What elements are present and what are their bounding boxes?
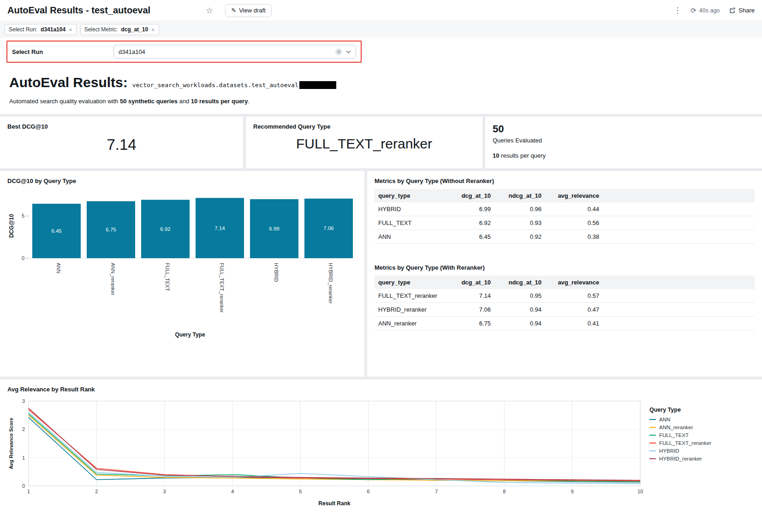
recommended-query-type-value: FULL_TEXT_reranker <box>246 136 482 152</box>
legend-swatch <box>649 427 656 428</box>
avg-relevance-by-rank-chart: 012312345678910Avg Relevance ScoreResult… <box>7 397 644 508</box>
close-icon[interactable]: × <box>151 27 155 33</box>
metrics-table-without-reranker: query_typedcg_at_10ndcg_at_10avg_relevan… <box>375 189 755 244</box>
col-header-avg_relevance: avg_relevance <box>545 276 603 289</box>
table-cell: ANN_reranker <box>375 317 444 331</box>
star-icon[interactable]: ☆ <box>206 6 213 16</box>
table-cell: 0.57 <box>545 289 603 303</box>
select-run-dropdown[interactable]: d341a104 × <box>113 45 356 59</box>
bar-category-label: HYBRID <box>274 263 279 282</box>
legend-swatch <box>649 443 656 443</box>
close-icon[interactable]: × <box>69 27 72 33</box>
table-cell: 0.94 <box>494 303 545 317</box>
table-row: FULL_TEXT6.920.930.56 <box>375 216 755 230</box>
line-series-ANN <box>29 418 640 482</box>
desc-bold: 10 results per query <box>191 98 248 105</box>
dashboard-canvas: Best DCG@10 7.14 Recommended Query Type … <box>0 114 762 514</box>
clear-icon[interactable]: × <box>335 48 342 55</box>
card-recommended-query-type: Recommended Query Type FULL_TEXT_reranke… <box>246 117 482 168</box>
legend-title: Query Type <box>649 407 749 413</box>
table-cell: 6.92 <box>444 216 494 230</box>
line-series-HYBRID <box>29 413 640 484</box>
view-draft-button[interactable]: ✎ View draft <box>225 4 271 17</box>
results-text: results per query <box>499 152 545 159</box>
table-cell: 0.95 <box>494 289 545 303</box>
dcg-by-query-type-chart: 056.45ANN6.75ANN_reranker6.92FULL_TEXT7.… <box>7 189 357 341</box>
legend-item-ANN_reranker[interactable]: ANN_reranker <box>649 425 749 430</box>
queries-label: Queries Evaluated <box>493 137 755 144</box>
table-cell: FULL_TEXT <box>375 216 444 230</box>
chip-value: dcg_at_10 <box>121 26 148 33</box>
table-row: HYBRID6.990.960.44 <box>375 202 755 216</box>
bar-chart-title: DCG@10 by Query Type <box>7 177 357 184</box>
table-cell: 7.14 <box>444 289 494 303</box>
legend-item-FULL_TEXT_reranker[interactable]: FULL_TEXT_reranker <box>649 440 749 446</box>
legend-item-FULL_TEXT[interactable]: FULL_TEXT <box>649 432 749 438</box>
kebab-menu-icon[interactable]: ⋮ <box>673 6 681 15</box>
table-row: HYBRID_reranker7.060.940.47 <box>375 303 755 317</box>
x-tick-label: 10 <box>637 489 643 494</box>
x-axis-title: Result Rank <box>318 500 351 507</box>
refresh-button[interactable]: ⟳ 40s ago <box>691 6 720 15</box>
table-header-row: query_typedcg_at_10ndcg_at_10avg_relevan… <box>375 189 755 202</box>
col-header-query_type: query_type <box>375 189 444 202</box>
y-tick-label: 0 <box>22 483 25 489</box>
table-cell: HYBRID_reranker <box>375 303 444 317</box>
card-best-dcg: Best DCG@10 7.14 <box>0 117 243 168</box>
share-icon <box>729 7 736 14</box>
bar-value-label: 7.14 <box>214 225 225 231</box>
y-tick-label: 5 <box>22 213 24 219</box>
table-title: Metrics by Query Type (Without Reranker) <box>375 177 755 184</box>
report-heading: AutoEval Results: <box>9 75 128 90</box>
share-button[interactable]: Share <box>729 7 755 14</box>
legend-label: FULL_TEXT_reranker <box>659 440 711 446</box>
table-cell: 6.45 <box>444 230 494 244</box>
chip-label: Select Run: <box>9 26 37 33</box>
metrics-table-with-reranker: query_typedcg_at_10ndcg_at_10avg_relevan… <box>375 276 755 331</box>
legend-item-ANN[interactable]: ANN <box>649 417 749 422</box>
last-refresh-time: 40s ago <box>699 7 720 14</box>
chip-select-metric[interactable]: Select Metric: dcg_at_10 × <box>80 24 159 35</box>
bar-category-label: FULL_TEXT <box>165 263 170 291</box>
desc-text: and <box>178 98 191 105</box>
table-cell: 7.06 <box>444 303 494 317</box>
results-per-query: 10 results per query <box>493 152 755 159</box>
table-cell: 0.47 <box>545 303 603 317</box>
chip-value: d341a104 <box>41 26 65 33</box>
bar-category-label: HYBRID_reranker <box>328 263 333 304</box>
legend-swatch <box>649 419 656 420</box>
filter-chips-row: Select Run: d341a104 × Select Metric: dc… <box>0 21 762 38</box>
legend-label: ANN <box>659 417 670 422</box>
x-tick-label: 7 <box>435 489 438 494</box>
chip-select-run[interactable]: Select Run: d341a104 × <box>5 24 77 35</box>
x-tick-label: 3 <box>163 489 166 494</box>
table-cell: 0.44 <box>545 202 603 216</box>
x-tick-label: 1 <box>27 489 30 494</box>
desc-text: Automated search quality evaluation with <box>9 98 120 105</box>
bar-value-label: 6.45 <box>51 228 61 234</box>
table-row: ANN6.450.920.38 <box>375 230 755 244</box>
col-header-dcg_at_10: dcg_at_10 <box>444 276 494 289</box>
table-title: Metrics by Query Type (With Reranker) <box>375 264 755 271</box>
table-cell: FULL_TEXT_reranker <box>375 289 444 303</box>
legend-label: FULL_TEXT <box>659 432 689 438</box>
refresh-icon: ⟳ <box>691 6 697 15</box>
share-label: Share <box>738 7 755 14</box>
bar-chart-card: DCG@10 by Query Type 056.45ANN6.75ANN_re… <box>0 171 364 377</box>
legend-item-HYBRID[interactable]: HYBRID <box>649 448 749 454</box>
bar-value-label: 6.75 <box>106 227 116 232</box>
bar-value-label: 6.92 <box>160 226 170 232</box>
selected-filter-highlight: Select Run d341a104 × <box>6 41 362 63</box>
metrics-tables-card: Metrics by Query Type (Without Reranker)… <box>367 171 762 377</box>
line-series-HYBRID_reranker <box>29 408 640 480</box>
legend-item-HYBRID_reranker[interactable]: HYBRID_reranker <box>649 456 749 461</box>
table-row: ANN_reranker6.750.940.41 <box>375 317 755 331</box>
chevron-down-icon[interactable] <box>346 50 351 53</box>
bar-value-label: 6.99 <box>269 226 279 231</box>
desc-text: . <box>248 98 250 105</box>
y-tick-label: 3 <box>22 398 25 404</box>
chip-label: Select Metric: <box>84 26 118 33</box>
col-header-dcg_at_10: dcg_at_10 <box>444 189 494 202</box>
x-tick-label: 4 <box>231 489 234 494</box>
dataset-path: vector_search_workloads.datasets.test_au… <box>132 82 298 89</box>
